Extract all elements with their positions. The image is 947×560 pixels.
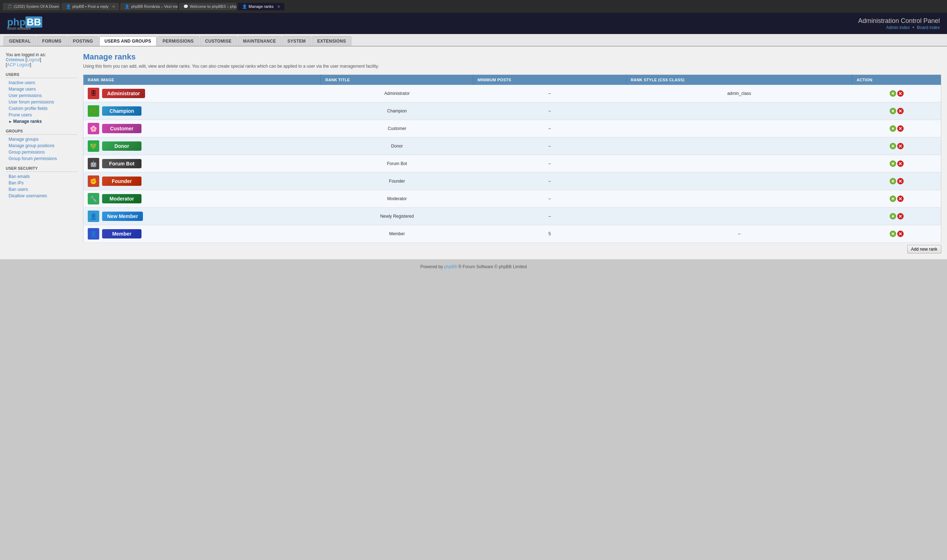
browser-tab-1[interactable]: 🎵 (1202) System Of A Down - Toxicity... … xyxy=(3,3,60,11)
acp-title-main: Administration Control Panel xyxy=(858,17,940,25)
tab5-close[interactable]: ✕ xyxy=(277,5,280,9)
delete-button-1[interactable]: ✕ xyxy=(897,108,904,114)
table-row: 🌸 Customer Customer– ✕ xyxy=(83,120,941,137)
svg-point-7 xyxy=(892,215,894,217)
rank-icon-emoji: 💚 xyxy=(90,143,97,150)
edit-button-5[interactable] xyxy=(890,178,896,185)
rank-image-cell-5: ✊ Founder xyxy=(83,172,321,190)
table-row: ✊ Founder Founder– ✕ xyxy=(83,172,941,190)
gear-icon xyxy=(891,197,895,201)
tab-posting[interactable]: Posting xyxy=(68,36,99,46)
tab2-label: phpBB • Post a reply xyxy=(72,4,109,9)
sidebar-user-permissions[interactable]: User permissions xyxy=(6,92,77,99)
add-new-rank-container: Add new rank xyxy=(83,245,941,254)
tab-forums[interactable]: Forums xyxy=(37,36,67,46)
footer-rest: ® Forum Software © phpBB Limited xyxy=(458,264,527,269)
rank-cssclass-5 xyxy=(626,172,852,190)
delete-button-4[interactable]: ✕ xyxy=(897,160,904,167)
action-icons: ✕ xyxy=(856,108,936,114)
edit-button-4[interactable] xyxy=(890,160,896,167)
sidebar-custom-profile-fields[interactable]: Custom profile fields xyxy=(6,105,77,112)
sidebar-manage-group-positions[interactable]: Manage group positions xyxy=(6,143,77,149)
sidebar-manage-groups[interactable]: Manage groups xyxy=(6,136,77,143)
edit-button-2[interactable] xyxy=(890,125,896,132)
rank-cssclass-0: admin_class xyxy=(626,85,852,102)
logged-in-label: You are logged in as: xyxy=(6,52,77,57)
rank-cssclass-8: – xyxy=(626,225,852,243)
logo-php: php xyxy=(7,17,25,28)
edit-button-0[interactable] xyxy=(890,90,896,97)
rank-minposts-4: – xyxy=(473,155,626,172)
logout-link[interactable]: Logout xyxy=(27,57,40,62)
acp-title-links: Admin index • Board index xyxy=(858,25,940,30)
tab2-close[interactable]: ✕ xyxy=(112,5,115,9)
delete-button-7[interactable]: ✕ xyxy=(897,213,904,220)
page-content: Manage ranks Using this form you can add… xyxy=(83,52,941,254)
rank-image-cell-1: 🌿 Champion xyxy=(83,102,321,120)
sidebar-inactive-users[interactable]: Inactive users xyxy=(6,80,77,86)
rank-minposts-7: – xyxy=(473,208,626,225)
browser-tab-5[interactable]: 👤 Manage ranks ✕ xyxy=(238,3,284,11)
rank-icon-box: 🌸 xyxy=(88,123,99,134)
browser-tab-2[interactable]: 👤 phpBB • Post a reply ✕ xyxy=(62,3,119,11)
tab-customise[interactable]: Customise xyxy=(200,36,237,46)
add-new-rank-button[interactable]: Add new rank xyxy=(907,245,941,254)
footer-phpbb-link[interactable]: phpBB xyxy=(444,264,457,269)
rank-title-4: Forum Bot xyxy=(321,155,473,172)
delete-button-0[interactable]: ✕ xyxy=(897,90,904,97)
rank-badge: Administrator xyxy=(102,89,145,98)
sidebar-ban-emails[interactable]: Ban emails xyxy=(6,173,77,180)
gear-icon xyxy=(891,179,895,183)
sidebar-group-permissions[interactable]: Group permissions xyxy=(6,149,77,155)
svg-point-1 xyxy=(892,110,894,112)
tab-general[interactable]: General xyxy=(3,36,36,46)
rank-title-5: Founder xyxy=(321,172,473,190)
sidebar-manage-users[interactable]: Manage users xyxy=(6,86,77,92)
delete-button-8[interactable]: ✕ xyxy=(897,231,904,237)
delete-button-5[interactable]: ✕ xyxy=(897,178,904,185)
board-index-link[interactable]: Board index xyxy=(917,25,940,30)
tab-permissions[interactable]: Permissions xyxy=(157,36,199,46)
rank-image-cell-8: 👤 Member xyxy=(83,225,321,243)
edit-button-8[interactable] xyxy=(890,231,896,237)
delete-button-2[interactable]: ✕ xyxy=(897,125,904,132)
delete-button-3[interactable]: ✕ xyxy=(897,143,904,149)
admin-index-link[interactable]: Admin index xyxy=(886,25,910,30)
action-icons: ✕ xyxy=(856,90,936,97)
tab-users-and-groups[interactable]: Users and Groups xyxy=(99,36,157,46)
phpbb-logo: phpBB forum software xyxy=(7,17,42,31)
tab-system[interactable]: System xyxy=(282,36,311,46)
browser-tab-3[interactable]: 👤 phpBB România – Vezi mesaje noi ✕ xyxy=(120,3,178,11)
rank-action-2: ✕ xyxy=(852,120,941,137)
user-info: You are logged in as: Criminus [Logout] … xyxy=(6,52,77,67)
acp-logout-link[interactable]: ACP Logout xyxy=(7,62,30,67)
section-user-security-title: User Security xyxy=(6,166,77,172)
sidebar-group-forum-permissions[interactable]: Group forum permissions xyxy=(6,155,77,162)
sidebar-ban-ips[interactable]: Ban IPs xyxy=(6,180,77,186)
rank-image-cell-2: 🌸 Customer xyxy=(83,120,321,137)
section-groups-title: Groups xyxy=(6,129,77,135)
action-icons: ✕ xyxy=(856,213,936,220)
tab-maintenance[interactable]: Maintenance xyxy=(238,36,282,46)
rank-action-3: ✕ xyxy=(852,137,941,155)
sidebar-disallow-usernames[interactable]: Disallow usernames xyxy=(6,192,77,199)
username-link[interactable]: Criminus xyxy=(6,57,25,62)
footer: Powered by phpBB ® Forum Software © phpB… xyxy=(0,259,947,274)
delete-button-6[interactable]: ✕ xyxy=(897,195,904,202)
edit-button-7[interactable] xyxy=(890,213,896,220)
edit-button-3[interactable] xyxy=(890,143,896,149)
rank-cssclass-4 xyxy=(626,155,852,172)
sidebar-ban-users[interactable]: Ban users xyxy=(6,186,77,192)
rank-icon-emoji: 🤖 xyxy=(90,160,97,167)
sidebar-manage-ranks[interactable]: Manage ranks xyxy=(6,118,77,125)
rank-cssclass-7 xyxy=(626,208,852,225)
rank-badge: Customer xyxy=(102,124,142,133)
edit-button-1[interactable] xyxy=(890,108,896,114)
tab-extensions[interactable]: Extensions xyxy=(312,36,351,46)
sidebar-prune-users[interactable]: Prune users xyxy=(6,112,77,118)
sidebar-user-forum-permissions[interactable]: User forum permissions xyxy=(6,99,77,105)
browser-tab-4[interactable]: 💬 Welcome to phpBB3 – phpBB.Codes ✕ xyxy=(179,3,236,11)
table-row: 👤 New Member Newly Registered– ✕ xyxy=(83,208,941,225)
edit-button-6[interactable] xyxy=(890,195,896,202)
rank-title-0: Administrator xyxy=(321,85,473,102)
